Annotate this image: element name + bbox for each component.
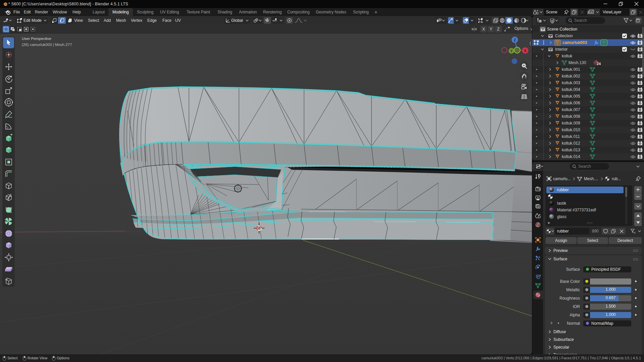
svg-text:Y: Y [510,49,513,53]
svg-text:Z: Z [514,38,516,42]
svg-text:X: X [524,49,527,53]
